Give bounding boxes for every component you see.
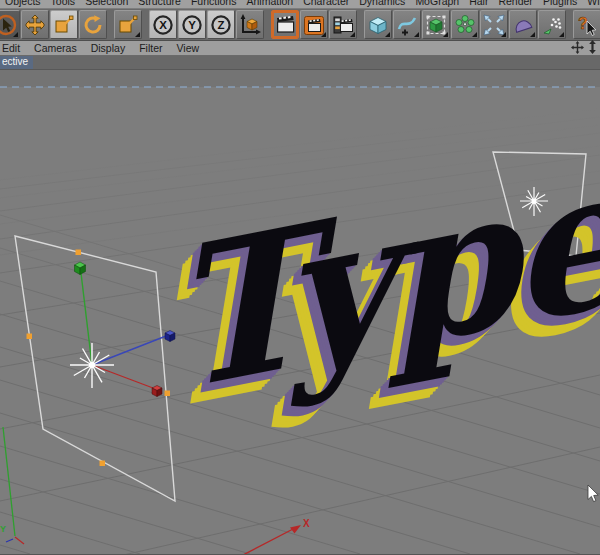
scale-icon (52, 13, 76, 37)
environment-object-button[interactable] (509, 10, 537, 39)
vp-menu-cameras[interactable]: Cameras (27, 42, 84, 54)
main-menu-bar: Objects Tools Selection Structure Functi… (0, 0, 600, 9)
spline-pen-button[interactable] (393, 10, 421, 39)
viewport-header: ective (0, 56, 600, 70)
clapperboard-icon (273, 13, 297, 37)
menu-animation[interactable]: Animation (241, 0, 298, 8)
rotate-icon (81, 13, 105, 37)
z-axis-lock-button[interactable]: Z (207, 10, 235, 39)
help-question-icon: ? (575, 13, 599, 37)
viewport-pan-icon[interactable] (571, 40, 584, 58)
x-axis-icon: X (151, 13, 175, 37)
vp-menu-view[interactable]: View (169, 42, 206, 54)
menu-plugins[interactable]: Plugins (538, 0, 582, 8)
y-axis-cube-handle[interactable] (75, 262, 86, 275)
vp-menu-edit[interactable]: Edit (0, 42, 27, 54)
world-x-axis-label: X (303, 518, 310, 529)
scene-svg: Y X (0, 70, 600, 554)
menu-functions[interactable]: Functions (186, 0, 242, 8)
y-axis-lock-button[interactable]: Y (178, 10, 206, 39)
move-icon (23, 13, 47, 37)
move-tool-button[interactable] (21, 10, 49, 39)
application-window: Objects Tools Selection Structure Functi… (0, 0, 600, 555)
main-toolbar: X Y Z (0, 9, 600, 41)
particle-emitter-button[interactable] (538, 10, 566, 39)
y-axis-icon: Y (180, 13, 204, 37)
menu-structure[interactable]: Structure (133, 0, 186, 8)
x-axis-lock-button[interactable]: X (149, 10, 177, 39)
rotate-tool-button[interactable] (79, 10, 107, 39)
help-glyph: ? (578, 15, 588, 32)
vp-menu-display[interactable]: Display (84, 42, 132, 54)
render-settings-button[interactable] (329, 10, 357, 39)
vp-menu-filter[interactable]: Filter (132, 42, 169, 54)
x-axis-label: X (159, 19, 167, 31)
context-help-button[interactable]: ? (573, 10, 600, 39)
viewport-zoom-icon[interactable] (588, 40, 597, 58)
menu-objects[interactable]: Objects (0, 0, 46, 8)
last-used-tool-button[interactable] (114, 10, 142, 39)
render-view-button[interactable] (271, 10, 299, 39)
menu-character[interactable]: Character (298, 0, 354, 8)
viewport-canvas[interactable]: Y X (0, 70, 600, 554)
viewport-camera-label[interactable]: ective (0, 56, 33, 69)
menu-render[interactable]: Render (493, 0, 537, 8)
y-axis-label: Y (188, 19, 196, 31)
menu-hair[interactable]: Hair (464, 0, 493, 8)
safe-frame-band (0, 70, 600, 87)
live-selection-tool-button[interactable] (0, 10, 20, 39)
z-axis-icon: Z (209, 13, 233, 37)
menu-selection[interactable]: Selection (80, 0, 133, 8)
add-cube-primitive-button[interactable] (364, 10, 392, 39)
menu-dynamics[interactable]: Dynamics (354, 0, 410, 8)
z-axis-label: Z (217, 19, 224, 31)
subdivision-surface-button[interactable] (422, 10, 450, 39)
menu-tools[interactable]: Tools (46, 0, 81, 8)
viewport-menu-bar: Edit Cameras Display Filter View (0, 41, 600, 56)
deformer-button[interactable] (480, 10, 508, 39)
menu-window[interactable]: Window (582, 0, 600, 8)
array-object-button[interactable] (451, 10, 479, 39)
scale-tool-button[interactable] (50, 10, 78, 39)
render-picture-viewer-button[interactable] (300, 10, 328, 39)
coordinate-axes-icon (238, 13, 262, 37)
world-y-axis-label: Y (0, 524, 6, 534)
menu-mograph[interactable]: MoGraph (410, 0, 464, 8)
coordinate-system-button[interactable] (236, 10, 264, 39)
